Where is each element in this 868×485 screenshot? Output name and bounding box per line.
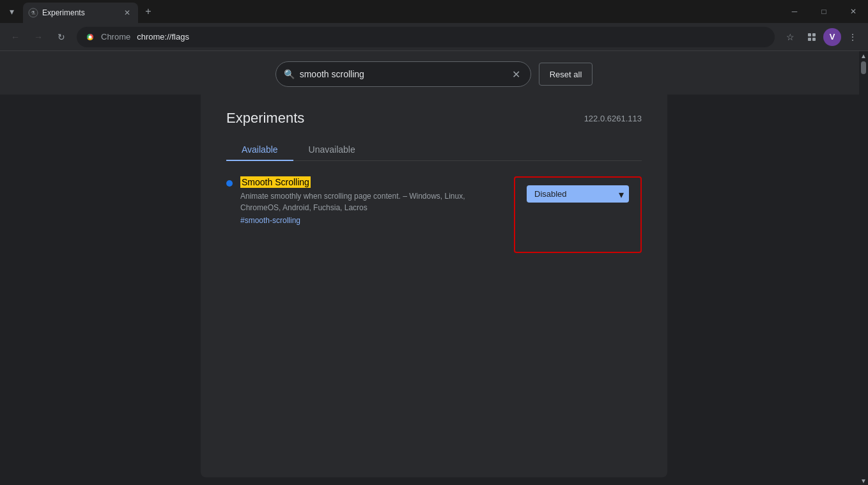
feature-select[interactable]: Default Enabled Disabled [527, 185, 629, 203]
version-text: 122.0.6261.113 [584, 114, 642, 123]
tab-unavailable[interactable]: Unavailable [293, 139, 371, 161]
extensions-button[interactable] [802, 27, 822, 47]
main-content: Experiments 122.0.6261.113 Available Una… [0, 95, 868, 477]
clear-search-button[interactable]: ✕ [510, 68, 523, 81]
page-title: Experiments [226, 110, 304, 127]
chrome-logo-icon [84, 31, 96, 43]
maximize-button[interactable]: □ [809, 0, 839, 23]
tab-favicon: ⚗ [28, 8, 38, 18]
scrollbar-thumb[interactable] [861, 61, 866, 74]
search-input[interactable] [300, 69, 505, 79]
search-area: 🔍 ✕ Reset all [0, 51, 868, 95]
forward-button[interactable]: → [28, 27, 49, 47]
tab-available[interactable]: Available [226, 139, 293, 161]
url-brand: Chrome [101, 32, 130, 42]
reset-all-button[interactable]: Reset all [539, 63, 593, 86]
experiments-tabs: Available Unavailable [226, 139, 642, 161]
profile-button[interactable]: V [823, 28, 841, 46]
svg-text:⚗: ⚗ [31, 10, 35, 16]
scroll-down-arrow[interactable]: ▼ [859, 476, 868, 485]
feature-description: Animate smoothly when scrolling page con… [240, 190, 506, 213]
reload-button[interactable]: ↻ [51, 27, 72, 47]
svg-rect-7 [812, 38, 816, 41]
feature-control-area: Default Enabled Disabled [514, 176, 642, 253]
feature-select-wrapper[interactable]: Default Enabled Disabled [527, 185, 629, 203]
search-box[interactable]: 🔍 ✕ [275, 61, 531, 87]
feature-indicator-dot [226, 180, 233, 187]
svg-rect-4 [808, 33, 811, 36]
scroll-up-arrow[interactable]: ▲ [859, 51, 868, 60]
search-tabs-button[interactable]: ▾ [3, 3, 20, 20]
feature-link[interactable]: #smooth-scrolling [240, 216, 506, 225]
url-text: chrome://flags [137, 32, 767, 42]
extensions-icon [807, 32, 817, 42]
tab-title: Experiments [42, 8, 118, 17]
menu-button[interactable]: ⋮ [842, 27, 863, 47]
bookmark-button[interactable]: ☆ [780, 27, 800, 47]
feature-name: Smooth Scrolling [240, 176, 311, 188]
experiments-panel: Experiments 122.0.6261.113 Available Una… [201, 95, 667, 477]
svg-rect-5 [812, 33, 816, 36]
window-controls: ─ □ ✕ [780, 0, 868, 23]
active-tab[interactable]: ⚗ Experiments ✕ [23, 3, 138, 23]
title-bar: ▾ ⚗ Experiments ✕ + ─ □ ✕ [0, 0, 868, 23]
search-icon: 🔍 [284, 69, 295, 79]
back-button[interactable]: ← [5, 27, 26, 47]
tab-strip: ⚗ Experiments ✕ + [0, 0, 157, 23]
address-bar[interactable]: Chrome chrome://flags [77, 27, 775, 47]
svg-rect-6 [808, 38, 811, 41]
minimize-button[interactable]: ─ [780, 0, 809, 23]
toolbar-actions: ☆ V ⋮ [780, 27, 863, 47]
new-tab-button[interactable]: + [139, 3, 157, 20]
browser-toolbar: ← → ↻ Chrome chrome://flags ☆ V ⋮ [0, 23, 868, 51]
scrollbar[interactable]: ▲ ▼ [859, 51, 868, 485]
tab-close-button[interactable]: ✕ [121, 7, 133, 19]
close-button[interactable]: ✕ [839, 0, 868, 23]
feature-info: Smooth Scrolling Animate smoothly when s… [240, 176, 506, 225]
experiments-header: Experiments 122.0.6261.113 [226, 110, 642, 127]
feature-row: Smooth Scrolling Animate smoothly when s… [226, 176, 642, 253]
svg-point-3 [89, 35, 92, 38]
